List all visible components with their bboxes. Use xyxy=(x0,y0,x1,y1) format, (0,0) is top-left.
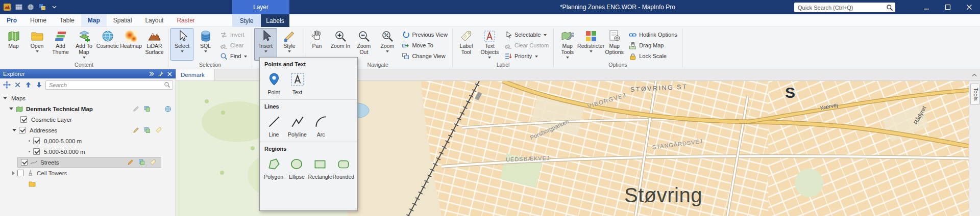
label-tag-icon[interactable] xyxy=(149,159,156,166)
zo om-level-button[interactable]: Zoom xyxy=(376,28,399,61)
tree-item-addresses[interactable]: Addresses xyxy=(0,125,176,136)
qat-caret-icon[interactable] xyxy=(50,3,58,11)
text-objects-button[interactable]: Text Objects xyxy=(478,28,501,61)
menu-item-polyline[interactable]: Polyline xyxy=(286,112,309,139)
tab-home[interactable]: Home xyxy=(23,14,53,26)
menu-item-polygon[interactable]: Polygon xyxy=(262,154,285,181)
menu-item-rectangle[interactable]: Rectangle xyxy=(309,154,332,181)
heatmap-button[interactable]: Heatmap xyxy=(119,28,142,61)
edit-style-pencil-icon[interactable] xyxy=(132,127,139,134)
menu-item-ellipse[interactable]: Ellipse xyxy=(285,154,308,181)
label-tool-button[interactable]: Label Tool xyxy=(455,28,478,61)
tab-pro[interactable]: Pro xyxy=(0,14,23,26)
menu-item-rounded-rectangle[interactable]: Rounded xyxy=(332,154,355,181)
menu-item-line[interactable]: Line xyxy=(262,112,285,139)
close-pane-icon[interactable] xyxy=(13,80,22,89)
tree-item-cell-towers[interactable]: Cell Towers xyxy=(0,168,176,178)
move-down-icon[interactable] xyxy=(35,80,43,89)
drag-map-button[interactable]: Drag Map xyxy=(626,40,680,50)
table-icon[interactable] xyxy=(15,3,23,11)
explorer-search-box[interactable] xyxy=(45,80,173,90)
checkbox[interactable] xyxy=(17,170,24,176)
move-up-icon[interactable] xyxy=(24,80,33,89)
add-theme-button[interactable]: Add Theme xyxy=(49,28,72,61)
tab-map[interactable]: Map xyxy=(81,14,107,26)
cosmetic-button[interactable]: Cosmetic xyxy=(96,28,119,61)
style-button[interactable]: Style xyxy=(278,28,301,61)
tools-tab[interactable]: Tools xyxy=(970,84,979,105)
insert-button[interactable]: Insert xyxy=(254,28,277,61)
map-button[interactable]: Map xyxy=(2,28,25,61)
tab-table[interactable]: Table xyxy=(53,14,81,26)
chevrons-right-icon[interactable] xyxy=(149,71,155,77)
workspace-icon[interactable] xyxy=(38,3,46,11)
lidar-surface-button[interactable]: LiDAR Surface xyxy=(143,28,166,61)
minimize-button[interactable] xyxy=(916,0,937,14)
tree-item-denmark-technical-map[interactable]: Denmark Technical Map xyxy=(0,103,176,114)
menu-item-text[interactable]: Text xyxy=(286,70,309,96)
zoom-in-button[interactable]: Zoom In xyxy=(329,28,352,61)
selectable-button[interactable]: Selectable xyxy=(502,30,551,40)
priority-button[interactable]: Priority xyxy=(502,51,551,61)
maximize-button[interactable] xyxy=(937,0,959,14)
chevron-down-icon[interactable] xyxy=(3,97,7,99)
checkbox[interactable] xyxy=(19,127,26,133)
globe-icon[interactable] xyxy=(27,3,35,11)
map-options-button[interactable]: Map Options xyxy=(603,28,626,61)
pin-icon[interactable] xyxy=(158,71,164,77)
tree-item-maps[interactable]: Maps xyxy=(0,93,176,103)
tree-item-range-0-5000[interactable]: 0,000-5.000 m xyxy=(0,136,176,146)
edit-style-pencil-icon[interactable] xyxy=(132,105,139,113)
collapse-ribbon-icon[interactable] xyxy=(969,69,980,80)
close-icon[interactable] xyxy=(167,71,173,77)
tree-item-range-5000-50000[interactable]: 5.000-50.000 m xyxy=(0,146,176,157)
hotlink-options-button[interactable]: Hotlink Options xyxy=(626,30,680,40)
sql-button[interactable]: SQL xyxy=(194,28,217,61)
open-button[interactable]: Open xyxy=(26,28,48,61)
document-tab-denmark[interactable]: Denmark xyxy=(176,69,215,80)
tab-labels[interactable]: Labels xyxy=(261,14,289,27)
tab-style[interactable]: Style xyxy=(232,14,261,27)
move-pane-icon[interactable] xyxy=(3,80,11,89)
checkbox[interactable] xyxy=(33,148,40,155)
find-button[interactable]: Find xyxy=(217,51,250,61)
explorer-search-input[interactable] xyxy=(49,82,164,88)
tab-raster[interactable]: Raster xyxy=(170,14,201,26)
checkbox[interactable] xyxy=(21,159,28,166)
pan-button[interactable]: Pan xyxy=(305,28,328,61)
menu-item-point[interactable]: Point xyxy=(262,70,285,96)
globe-icon[interactable] xyxy=(164,105,172,113)
map-tools-button[interactable]: Map Tools xyxy=(556,28,579,61)
quick-search-input[interactable] xyxy=(798,5,886,11)
checkbox[interactable] xyxy=(20,116,27,123)
select-button[interactable]: Select xyxy=(170,28,193,61)
invert-button[interactable]: Invert xyxy=(217,30,250,40)
add-layer-icon[interactable] xyxy=(143,127,151,134)
tab-layout[interactable]: Layout xyxy=(138,14,170,26)
clear-custom-button[interactable]: Clear Custom xyxy=(502,40,551,50)
tree-item-streets[interactable]: Streets xyxy=(17,157,161,168)
tree-item-partial[interactable] xyxy=(0,178,176,189)
search-icon[interactable] xyxy=(886,4,893,11)
add-layer-icon[interactable] xyxy=(138,159,145,166)
add-to-map-button[interactable]: Add To Map xyxy=(72,28,95,61)
clear-button[interactable]: Clear xyxy=(217,40,250,50)
app-icon[interactable] xyxy=(3,3,11,11)
zoom-out-button[interactable]: Zoom Out xyxy=(352,28,375,61)
redistricter-button[interactable]: Redistricter xyxy=(579,28,602,61)
lock-scale-button[interactable]: Lock Scale xyxy=(626,51,680,61)
chevron-down-icon[interactable] xyxy=(12,129,16,131)
search-icon[interactable] xyxy=(164,82,170,88)
tree-item-cosmetic-layer[interactable]: Cosmetic Layer xyxy=(0,114,176,125)
edit-style-pencil-icon[interactable] xyxy=(127,159,134,166)
menu-item-arc[interactable]: Arc xyxy=(309,112,332,139)
quick-search-box[interactable] xyxy=(794,3,895,12)
label-tag-icon[interactable] xyxy=(155,127,162,134)
add-layer-icon[interactable] xyxy=(143,105,151,113)
tab-spatial[interactable]: Spatial xyxy=(107,14,139,26)
chevron-right-icon[interactable] xyxy=(12,171,15,175)
previous-view-button[interactable]: Previous View xyxy=(399,30,450,40)
close-button[interactable] xyxy=(959,0,980,14)
move-to-button[interactable]: Move To xyxy=(399,40,450,50)
chevron-down-icon[interactable] xyxy=(9,107,13,110)
